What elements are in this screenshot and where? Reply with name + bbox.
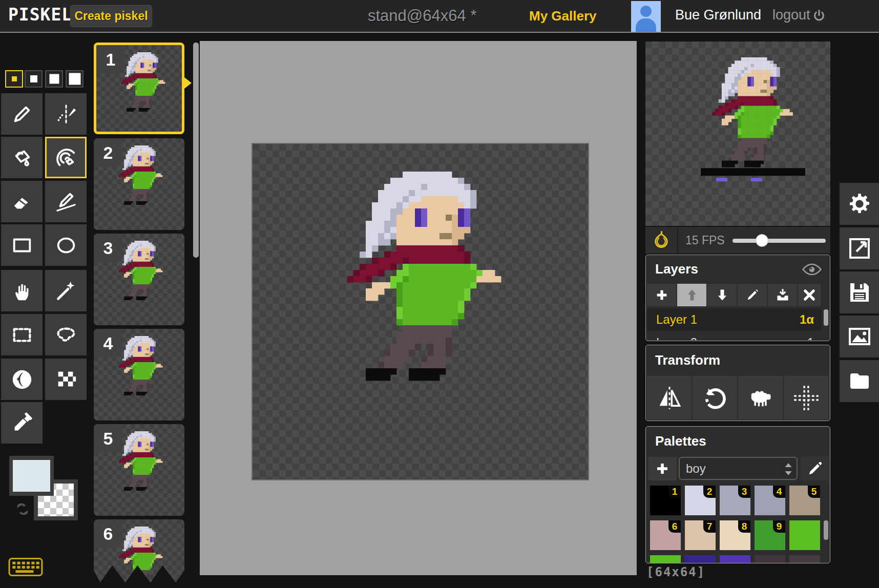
select-arrows-icon bbox=[784, 463, 792, 476]
palette-swatch-14[interactable] bbox=[755, 555, 785, 563]
layer-move-up-button[interactable] bbox=[677, 284, 706, 306]
tool-eraser[interactable] bbox=[1, 181, 43, 222]
settings-button[interactable] bbox=[840, 183, 879, 225]
canvas-size-indicator: [64x64] bbox=[646, 565, 705, 579]
frame-thumbnail-2[interactable]: 2 bbox=[94, 138, 184, 230]
rotate-icon bbox=[702, 385, 728, 411]
avatar-person-icon bbox=[640, 6, 652, 17]
palette-swatch-3[interactable]: 3 bbox=[720, 486, 750, 515]
palette-swatch-4[interactable]: 4 bbox=[755, 486, 785, 515]
layer-rename-button[interactable] bbox=[738, 284, 767, 306]
palette-swatch-12[interactable] bbox=[685, 555, 716, 563]
logout-link[interactable]: logout bbox=[772, 7, 810, 23]
power-icon[interactable] bbox=[812, 9, 826, 23]
frame-thumbnail-4[interactable]: 4 bbox=[94, 329, 184, 421]
frame-thumbnail-5[interactable]: 5 bbox=[94, 424, 184, 516]
swatch-shortcut-badge: 1 bbox=[668, 486, 681, 498]
drawing-canvas[interactable] bbox=[253, 144, 588, 479]
transform-center-button[interactable] bbox=[784, 376, 828, 419]
palette-select-value: boy bbox=[686, 461, 706, 476]
tool-colorswap[interactable] bbox=[45, 137, 87, 178]
transform-clone-button[interactable] bbox=[738, 376, 783, 419]
hand-icon bbox=[10, 279, 34, 303]
tool-circle[interactable] bbox=[45, 224, 87, 266]
transform-rotate-button[interactable] bbox=[693, 376, 737, 419]
pen-size-1[interactable] bbox=[5, 70, 23, 88]
tool-move[interactable] bbox=[1, 270, 43, 311]
layers-visibility-eye-icon[interactable] bbox=[802, 263, 822, 276]
palette-swatch-13[interactable] bbox=[720, 555, 750, 563]
layer-move-down-button[interactable] bbox=[707, 284, 737, 306]
username-label: Bue Grønlund bbox=[675, 7, 761, 23]
palette-edit-button[interactable] bbox=[801, 457, 829, 480]
piskel-logo[interactable]: PISKEL bbox=[8, 5, 72, 25]
layer-row-partial[interactable]: Layer 2 1 bbox=[647, 332, 821, 340]
palette-swatch-6[interactable]: 6 bbox=[650, 520, 681, 550]
pen-size-2[interactable] bbox=[25, 70, 43, 88]
header: PISKEL Create piskel stand@64x64 * My Ga… bbox=[0, 0, 879, 33]
palette-swatch-8[interactable]: 8 bbox=[720, 520, 750, 550]
frame-number-badge: 2 bbox=[94, 138, 122, 167]
swap-colors-icon[interactable] bbox=[13, 500, 32, 518]
my-gallery-link[interactable]: My Gallery bbox=[529, 8, 597, 24]
magic-wand-icon bbox=[54, 279, 78, 303]
tool-stroke[interactable] bbox=[45, 181, 87, 222]
transform-flip-button[interactable] bbox=[647, 376, 692, 419]
avatar[interactable] bbox=[631, 1, 661, 32]
colorswap-icon bbox=[54, 146, 78, 170]
tool-rectangle-select[interactable] bbox=[1, 314, 43, 355]
mirror-pen-icon bbox=[54, 102, 78, 126]
swatch-shortcut-badge: 2 bbox=[703, 486, 716, 498]
onion-skin-button[interactable] bbox=[645, 227, 678, 254]
palette-swatch-5[interactable]: 5 bbox=[789, 486, 820, 515]
keyboard-shortcuts-icon[interactable] bbox=[8, 557, 43, 577]
frame-thumbnail-3[interactable]: 3 bbox=[94, 234, 184, 325]
palette-add-button[interactable] bbox=[648, 457, 677, 480]
palette-scrollbar[interactable] bbox=[824, 520, 828, 540]
palette-swatch-7[interactable]: 7 bbox=[685, 520, 716, 550]
tool-vertical-mirror-pen[interactable] bbox=[45, 93, 87, 135]
piskel-app: { "header": { "logo": "PISKEL", "create_… bbox=[0, 0, 879, 588]
rectangle-icon bbox=[10, 234, 34, 257]
layer-delete-button[interactable] bbox=[798, 284, 821, 306]
palette-swatch-1[interactable]: 1 bbox=[650, 486, 681, 515]
pen-size-3[interactable] bbox=[45, 70, 63, 88]
export-image-button[interactable] bbox=[840, 316, 879, 358]
tool-lasso-select[interactable] bbox=[45, 314, 87, 355]
stroke-icon bbox=[54, 190, 78, 214]
palette-swatch-2[interactable]: 2 bbox=[685, 486, 716, 515]
palette-swatch-9[interactable]: 9 bbox=[755, 520, 785, 550]
palette-swatch-10[interactable] bbox=[789, 520, 820, 550]
frames-scrollbar[interactable] bbox=[193, 43, 199, 258]
rect-select-icon bbox=[10, 323, 34, 347]
primary-color-swatch[interactable] bbox=[9, 456, 54, 496]
tool-pen[interactable] bbox=[1, 93, 43, 135]
palette-select[interactable]: boy bbox=[679, 457, 798, 480]
open-folder-button[interactable] bbox=[840, 360, 879, 402]
save-button[interactable] bbox=[840, 271, 879, 313]
frame-number-badge: 3 bbox=[94, 234, 122, 262]
eyedropper-icon bbox=[10, 411, 34, 435]
resize-button[interactable] bbox=[840, 227, 879, 269]
swatch-shortcut-badge: 9 bbox=[773, 520, 785, 533]
tool-shape-select[interactable] bbox=[45, 270, 87, 311]
pen-icon bbox=[10, 102, 34, 126]
palette-swatch-15[interactable] bbox=[789, 555, 820, 563]
swatch-shortcut-badge: 8 bbox=[738, 520, 750, 533]
tool-dithering[interactable] bbox=[45, 359, 87, 400]
layer-merge-button[interactable] bbox=[768, 284, 797, 306]
tool-paint-bucket[interactable] bbox=[1, 137, 43, 178]
palette-swatch-11[interactable] bbox=[650, 555, 681, 563]
pen-size-4[interactable] bbox=[66, 70, 83, 88]
create-piskel-button[interactable]: Create piskel bbox=[70, 5, 152, 27]
fps-slider-knob[interactable] bbox=[756, 234, 768, 247]
layer-add-button[interactable] bbox=[647, 284, 676, 306]
tool-colorpicker[interactable] bbox=[1, 402, 43, 444]
tool-lighten[interactable] bbox=[1, 359, 43, 400]
tool-rectangle[interactable] bbox=[1, 224, 43, 266]
lasso-icon bbox=[54, 323, 78, 347]
layers-scrollbar[interactable] bbox=[824, 309, 828, 326]
frame-thumbnail-1[interactable]: 1 bbox=[94, 43, 184, 134]
layer-row[interactable]: Layer 1 1α bbox=[647, 308, 821, 331]
fps-slider-track[interactable] bbox=[732, 239, 826, 243]
